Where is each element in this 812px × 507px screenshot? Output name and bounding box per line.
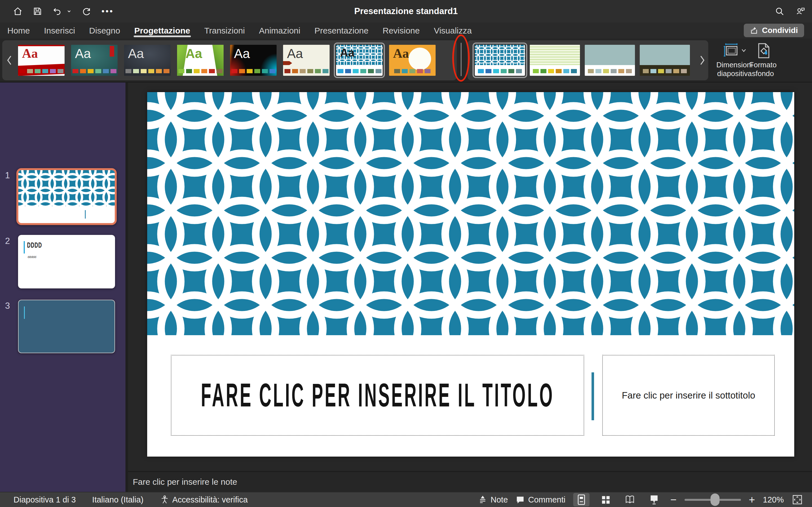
subtitle-placeholder-text: Fare clic per inserire il sottotitolo xyxy=(622,390,755,401)
theme-thumbnail-6[interactable]: Aa xyxy=(283,45,329,76)
tab-inserisci[interactable]: Inserisci xyxy=(44,22,75,39)
palette-swatch xyxy=(556,69,562,73)
title-placeholder[interactable]: FARE CLIC PER INSERIRE IL TITOLO xyxy=(171,355,584,436)
zoom-slider[interactable] xyxy=(684,494,741,506)
share-label: Condividi xyxy=(762,26,798,35)
rings-pattern xyxy=(475,45,525,65)
theme-aa-label: Aa xyxy=(393,47,409,60)
palette-swatch xyxy=(493,69,499,73)
subtitle-placeholder[interactable]: Fare clic per inserire il sottotitolo xyxy=(602,355,775,436)
palette-swatch xyxy=(247,69,253,73)
zoom-out-button[interactable]: − xyxy=(670,494,676,505)
variant-thumbnail-3[interactable] xyxy=(585,45,635,76)
tab-visualizza[interactable]: Visualizza xyxy=(434,22,472,39)
theme-thumbnail-3[interactable]: Aa xyxy=(124,45,170,76)
palette-swatch xyxy=(103,69,109,73)
variant-thumbnail-2[interactable] xyxy=(530,45,580,76)
palette-swatch xyxy=(673,69,679,73)
palette-swatch xyxy=(125,69,132,73)
palette-swatch xyxy=(643,69,649,73)
palette-swatch xyxy=(603,69,609,73)
theme-palette xyxy=(336,69,383,73)
palette-swatch xyxy=(394,69,400,73)
tab-progettazione[interactable]: Progettazione xyxy=(134,22,190,39)
slide-thumbnail-2[interactable]: DDDD ddddd xyxy=(18,235,115,288)
slide-sorter-view-button[interactable] xyxy=(598,493,614,506)
zoom-slider-handle[interactable] xyxy=(711,494,719,506)
theme-thumbnail-7-selected[interactable]: Aa xyxy=(336,45,383,76)
tab-presentazione[interactable]: Presentazione xyxy=(314,22,368,39)
tab-home[interactable]: Home xyxy=(7,22,30,39)
palette-swatch xyxy=(42,69,48,73)
variant-palette xyxy=(640,69,690,73)
slide-thumbnail-3[interactable] xyxy=(18,300,115,353)
theme-thumbnail-8[interactable]: Aa xyxy=(389,45,436,76)
slide-counter[interactable]: Diapositiva 1 di 3 xyxy=(13,495,76,504)
slide-thumbnail-1-selected[interactable] xyxy=(16,168,117,225)
theme-aa-label: Aa xyxy=(75,47,91,60)
palette-swatch xyxy=(626,69,632,73)
theme-thumbnail-1[interactable]: Aa xyxy=(18,45,64,76)
palette-swatch xyxy=(133,69,139,73)
palette-swatch xyxy=(239,69,245,73)
palette-swatch xyxy=(501,69,507,73)
palette-swatch xyxy=(201,69,207,73)
theme-thumbnail-4[interactable]: Aa xyxy=(177,45,223,76)
text-cursor xyxy=(24,306,25,319)
chevron-down-icon xyxy=(741,48,747,53)
palette-swatch xyxy=(163,69,169,73)
palette-swatch xyxy=(300,69,306,73)
tab-transizioni[interactable]: Transizioni xyxy=(204,22,245,39)
gallery-scroll-right-icon[interactable] xyxy=(699,55,705,66)
palette-swatch xyxy=(417,69,423,73)
format-background-button[interactable]: Formato sfondo xyxy=(747,41,779,80)
slideshow-icon xyxy=(649,495,659,505)
theme-palette xyxy=(283,69,329,73)
notes-pane[interactable]: Fare clic per inserire le note xyxy=(128,471,812,492)
search-icon[interactable] xyxy=(775,6,784,16)
theme-aa-label: Aa xyxy=(234,47,250,60)
presence-people-icon[interactable] xyxy=(796,6,805,16)
palette-swatch xyxy=(186,69,192,73)
slide-editor-canvas[interactable]: FARE CLIC PER INSERIRE IL TITOLO Fare cl… xyxy=(147,92,794,457)
tab-revisione[interactable]: Revisione xyxy=(383,22,420,39)
normal-view-button[interactable] xyxy=(573,493,590,506)
ribbon-tabbar: Home Inserisci Disegno Progettazione Tra… xyxy=(0,22,812,39)
reading-view-button[interactable] xyxy=(622,493,638,506)
language-indicator[interactable]: Italiano (Italia) xyxy=(92,495,144,504)
tab-disegno[interactable]: Disegno xyxy=(89,22,120,39)
palette-swatch xyxy=(338,69,343,73)
variant-palette xyxy=(530,69,580,73)
accessibility-status[interactable]: Accessibilità: verifica xyxy=(160,495,248,504)
tab-animazioni[interactable]: Animazioni xyxy=(259,22,300,39)
palette-swatch xyxy=(478,69,484,73)
slide-sorter-icon xyxy=(601,495,610,504)
zoom-level[interactable]: 120% xyxy=(763,495,784,504)
theme-palette xyxy=(71,69,117,73)
fit-slide-to-window-icon[interactable] xyxy=(792,494,803,505)
palette-swatch xyxy=(110,69,116,73)
zoom-in-button[interactable]: + xyxy=(749,494,755,505)
palette-swatch xyxy=(508,69,514,73)
thumbnail-title-text: DDDD xyxy=(27,241,42,250)
comments-toggle[interactable]: Commenti xyxy=(516,495,565,504)
gallery-scroll-left-icon[interactable] xyxy=(6,55,12,66)
theme-thumbnail-2[interactable]: Aa xyxy=(71,45,117,76)
format-background-icon xyxy=(755,42,771,59)
palette-swatch xyxy=(88,69,94,73)
palette-swatch xyxy=(541,69,546,73)
format-background-label: Formato sfondo xyxy=(747,61,779,78)
theme-thumbnail-5[interactable]: Aa xyxy=(230,45,276,76)
notes-toggle[interactable]: Note xyxy=(478,495,508,504)
palette-swatch xyxy=(148,69,154,73)
variant-thumbnail-1-selected[interactable] xyxy=(475,45,525,76)
palette-swatch xyxy=(548,69,554,73)
palette-swatch xyxy=(254,69,260,73)
palette-swatch xyxy=(35,69,41,73)
document-title: Presentazione standard1 xyxy=(0,0,812,22)
text-cursor xyxy=(85,210,86,219)
slideshow-view-button[interactable] xyxy=(646,493,662,506)
share-button[interactable]: Condividi xyxy=(744,24,804,37)
palette-swatch xyxy=(27,69,33,73)
variant-thumbnail-4[interactable] xyxy=(640,45,690,76)
